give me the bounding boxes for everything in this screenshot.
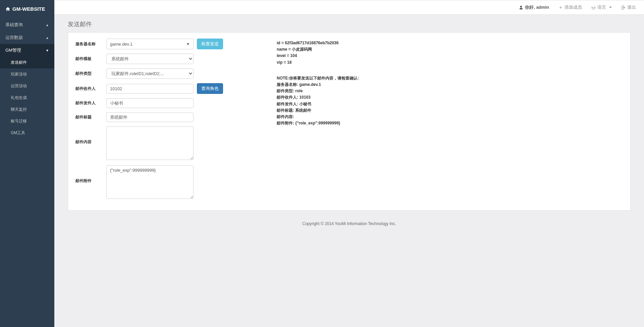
- attach-textarea[interactable]: {"role_exp":999999999}: [106, 165, 194, 199]
- preview-content: 邮件内容:: [277, 114, 623, 120]
- server-select-value: game.dev.1: [110, 42, 132, 47]
- logout-icon: [621, 5, 626, 10]
- template-select[interactable]: 系统邮件: [106, 54, 194, 64]
- page-title: 发送邮件: [68, 20, 631, 28]
- chevron-up-icon: ▲: [46, 23, 49, 27]
- sender-label: 邮件发件人: [75, 100, 103, 106]
- type-select[interactable]: 玩家邮件,roleID1;roleID2;...: [106, 68, 194, 79]
- nav-section-label: 基础查询: [5, 22, 23, 28]
- recipient-label: 邮件收件人: [75, 86, 103, 92]
- topbar-add-member-text: 添加成员: [565, 4, 582, 10]
- home-icon: [5, 6, 10, 11]
- content-label: 邮件内容: [75, 126, 103, 145]
- topbar-greeting[interactable]: 你好, admin: [519, 4, 549, 10]
- player-name: name = 小皮源码网: [277, 46, 623, 53]
- type-label: 邮件类型: [75, 71, 103, 76]
- attach-label: 邮件附件: [75, 165, 103, 184]
- recipient-input[interactable]: [106, 84, 194, 94]
- user-icon: [519, 5, 523, 10]
- nav-sub-ops-activity[interactable]: 运营活动: [0, 80, 54, 92]
- title-label: 邮件标题: [75, 114, 103, 120]
- nav-section-label: 运营数据: [5, 35, 23, 41]
- info-column: id = 62f3ad6717d16876eb7b2036 name = 小皮源…: [277, 39, 623, 204]
- preview-sender: 邮件发件人: 小秘书: [277, 101, 623, 107]
- nav-section-basic-query[interactable]: 基础查询 ▲: [0, 18, 54, 31]
- sender-input[interactable]: [106, 98, 194, 108]
- nav-sub-player-activity[interactable]: 玩家活动: [0, 68, 54, 80]
- nav-section-ops-data[interactable]: 运营数据 ▲: [0, 31, 54, 44]
- preview-block: NOTE:你将要发送以下邮件内容，请检查确认: 服务器名称: game.dev.…: [277, 75, 623, 127]
- nav-sub-gm-tools[interactable]: GM工具: [0, 127, 54, 139]
- form-column: 服务器名称 game.dev.1 ▼ 检查发送 邮件模板 系统邮件: [75, 39, 263, 204]
- title-input[interactable]: [106, 112, 194, 122]
- server-label: 服务器名称: [75, 41, 103, 47]
- nav-section-gm-manage[interactable]: GM管理 ▼: [0, 44, 54, 57]
- nav-sub-account-migrate[interactable]: 账号迁移: [0, 115, 54, 127]
- preview-attach: 邮件附件: {"role_exp":999999999}: [277, 120, 623, 126]
- server-select[interactable]: game.dev.1 ▼: [106, 39, 194, 49]
- chevron-down-icon: ▼: [46, 49, 49, 52]
- preview-server: 服务器名称: game.dev.1: [277, 81, 623, 88]
- brand[interactable]: GM-WEBSITE: [0, 0, 54, 18]
- content-textarea[interactable]: [106, 126, 194, 160]
- check-send-button[interactable]: 检查发送: [197, 39, 223, 49]
- nav-sub-giftpack[interactable]: 礼包生成: [0, 92, 54, 104]
- brand-text: GM-WEBSITE: [12, 6, 45, 12]
- main-panel: 服务器名称 game.dev.1 ▼ 检查发送 邮件模板 系统邮件: [68, 32, 631, 211]
- topbar-logout[interactable]: 退出: [621, 4, 636, 10]
- globe-icon: [591, 5, 596, 10]
- nav-sub-chat-monitor[interactable]: 聊天监控: [0, 104, 54, 115]
- topbar-language-text: 语言: [597, 4, 606, 10]
- player-info-block: id = 62f3ad6717d16876eb7b2036 name = 小皮源…: [277, 40, 623, 66]
- preview-note: NOTE:你将要发送以下邮件内容，请检查确认:: [277, 75, 623, 81]
- sidebar: GM-WEBSITE 基础查询 ▲ 运营数据 ▲ GM管理 ▼ 发送邮件 玩家活…: [0, 0, 54, 327]
- topbar-add-member[interactable]: 添加成员: [558, 4, 582, 10]
- query-role-button[interactable]: 查询角色: [197, 83, 223, 94]
- topbar: 你好, admin 添加成员 语言 退出: [54, 0, 644, 15]
- topbar-greeting-text: 你好, admin: [525, 4, 549, 10]
- topbar-logout-text: 退出: [627, 4, 636, 10]
- player-level: level = 104: [277, 53, 623, 59]
- template-label: 邮件模板: [75, 56, 103, 62]
- player-vip: vip = 18: [277, 59, 623, 66]
- preview-recipient: 邮件收件人: 10103: [277, 94, 623, 101]
- preview-type: 邮件类型: role: [277, 88, 623, 94]
- preview-title: 邮件标题: 系统邮件: [277, 107, 623, 114]
- nav-section-label: GM管理: [5, 47, 21, 53]
- plus-icon: [558, 5, 563, 10]
- footer-copyright: Copyright © 2014 YouMi Information Techn…: [54, 216, 644, 234]
- chevron-down-icon: ▼: [186, 42, 190, 46]
- caret-down-icon: [609, 7, 612, 8]
- player-id: id = 62f3ad6717d16876eb7b2036: [277, 40, 623, 46]
- topbar-language[interactable]: 语言: [591, 4, 612, 10]
- nav-sub-send-mail[interactable]: 发送邮件: [0, 57, 54, 68]
- chevron-up-icon: ▲: [46, 36, 49, 40]
